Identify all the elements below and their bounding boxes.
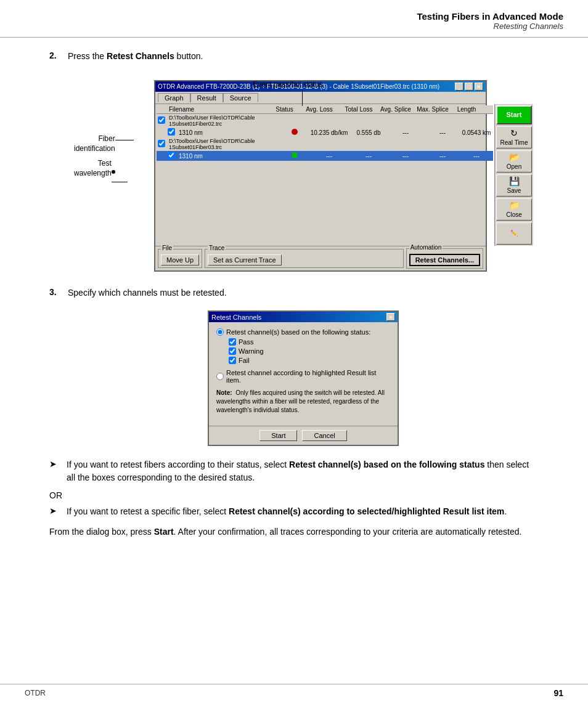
set-current-trace-btn[interactable]: Set as Current Trace: [208, 254, 282, 266]
subrow1-status-dot: [292, 129, 298, 135]
radio2-input[interactable]: [216, 373, 224, 380]
close-btn[interactable]: ✕: [475, 83, 483, 91]
subrow2-totalloss: ---: [350, 153, 387, 160]
subrow1-maxsplice: ---: [424, 129, 461, 136]
save-button[interactable]: 💾 Save: [496, 174, 532, 197]
window-controls: _ □ ✕: [455, 83, 483, 91]
close-button[interactable]: 📁 Close: [496, 198, 532, 221]
otdr-body: Filename Status Avg. Loss Total Loss Avg…: [155, 104, 486, 246]
table-row-1[interactable]: D:\Toolbox\User Files\OTDR\Cable 1Subset…: [157, 114, 493, 128]
row2-checkbox[interactable]: [158, 140, 165, 147]
open-button[interactable]: 📂 Open: [496, 150, 532, 172]
dialog-note: Note: Only files acquired using the swit…: [216, 389, 390, 415]
check-pass-input[interactable]: [229, 338, 236, 346]
step-3-number: 3.: [49, 286, 68, 297]
test-line: [112, 182, 128, 182]
fiber-line: [115, 140, 134, 140]
subrow1-avgsplice: ---: [387, 129, 424, 136]
realtime-icon: ↻: [510, 128, 518, 138]
test-dot-container: [112, 166, 128, 186]
step-2: 2. Press the Retest Channels button.: [49, 50, 539, 63]
header-title: Testing Fibers in Advanced Mode: [25, 11, 563, 22]
footer-automation-group: Automation Retest Channels...: [406, 248, 483, 269]
dialog-body: Retest channel(s) based on the following…: [209, 322, 398, 426]
col-totalloss: Total Loss: [340, 106, 377, 113]
col-maxsplice: Max. Splice: [414, 106, 451, 113]
maximize-btn[interactable]: □: [465, 83, 473, 91]
annotation-event-label: Event pass/fail status: [253, 80, 322, 89]
bullets-section: ➤ If you want to retest fibers according…: [49, 458, 539, 518]
footer-trace-label: Trace: [208, 245, 226, 251]
bullet-2-bold: Retest channel(s) according to selected/…: [229, 506, 504, 516]
tab-graph[interactable]: Graph: [158, 93, 190, 102]
table-subrow-1[interactable]: 1310 nm 10.235 db/km 0.555 db --- --- 0.…: [157, 128, 493, 137]
note-label: Note:: [216, 389, 232, 396]
start-button[interactable]: Start: [496, 105, 532, 124]
table-subrow-2[interactable]: 1310 nm --- --- --- --- ---: [157, 151, 493, 161]
otdr-toolbar: Graph Result Source: [155, 92, 486, 104]
dialog-title: Retest Channels: [211, 314, 261, 321]
dialog-titlebar: Retest Channels ✕: [209, 312, 398, 322]
check-warning-label: Warning: [239, 347, 264, 355]
dialog-close-btn[interactable]: ✕: [386, 313, 395, 321]
extra-button[interactable]: ✏️: [496, 222, 532, 245]
check-pass-label: Pass: [239, 338, 253, 346]
close-label: Close: [506, 211, 522, 218]
otdr-section: Event pass/fail status Fiber identificat…: [68, 80, 539, 272]
col-avgsplice: Avg. Splice: [377, 106, 414, 113]
subrow1-checkbox[interactable]: [168, 128, 175, 136]
save-label: Save: [507, 187, 521, 194]
subrow2-avgsplice: ---: [387, 153, 424, 160]
realtime-label: Real Time: [500, 139, 528, 146]
close-window-icon: 📁: [509, 200, 520, 210]
otdr-footer: File Move Up Trace Set as Current Trace …: [155, 246, 486, 270]
minimize-btn[interactable]: _: [455, 83, 463, 91]
move-up-btn[interactable]: Move Up: [161, 254, 199, 266]
bullet-2: ➤ If you want to retest a specific fiber…: [49, 505, 539, 518]
radio1-container: Retest channel(s) based on the following…: [216, 328, 390, 336]
dialog-section: Retest Channels ✕ Retest channel(s) base…: [68, 310, 539, 446]
subrow2-maxsplice: ---: [424, 153, 461, 160]
annotation-fiber-label: Fiber identification: [74, 134, 115, 153]
test-wavelength-label: Test wavelength: [74, 159, 112, 178]
row2-filename: D:\Toolbox\User Files\OTDR\Cable 1Subset…: [169, 138, 271, 150]
check-fail-input[interactable]: [229, 357, 236, 364]
check-warning-input[interactable]: [229, 347, 236, 355]
radio2-label: Retest channel according to highlighted …: [226, 369, 390, 384]
col-length: Length: [451, 106, 482, 113]
table-header: Filename Status Avg. Loss Total Loss Avg…: [157, 105, 493, 114]
table-row-2[interactable]: D:\Toolbox\User Files\OTDR\Cable 1Subset…: [157, 137, 493, 151]
dialog-cancel-btn[interactable]: Cancel: [302, 430, 346, 441]
subrow1-totalloss: 0.555 db: [350, 129, 387, 136]
step-2-number: 2.: [49, 50, 68, 60]
realtime-button[interactable]: ↻ Real Time: [496, 126, 532, 148]
open-icon: 📂: [509, 152, 520, 162]
test-label-1: Test: [98, 159, 112, 168]
final-paragraph: From the dialog box, press Start. After …: [49, 525, 539, 539]
tab-source[interactable]: Source: [223, 93, 258, 102]
footer-trace-group: Trace Set as Current Trace: [205, 249, 404, 268]
check-fail-container: Fail: [229, 357, 390, 364]
row1-checkbox[interactable]: [158, 116, 165, 124]
tab-result[interactable]: Result: [190, 93, 223, 102]
bullet-1-bold: Retest channel(s) based on the following…: [289, 460, 484, 469]
check-pass-container: Pass: [229, 338, 390, 346]
dialog-footer: Start Cancel: [209, 426, 398, 445]
otdr-sidebar: Start ↻ Real Time 📂 Open 💾 Save 📁: [494, 104, 533, 246]
retest-channels-btn[interactable]: Retest Channels...: [409, 254, 480, 266]
otdr-main: Filename Status Avg. Loss Total Loss Avg…: [155, 104, 494, 246]
page-footer: OTDR 91: [0, 684, 588, 702]
otdr-window: OTDR Advanced FTB-7200D-23B (1) + FTB-91…: [154, 80, 487, 272]
subrow2-length: ---: [461, 153, 492, 160]
footer-file-label: File: [161, 245, 173, 251]
subrow1-wavelength: 1310 nm: [179, 129, 280, 136]
dialog-start-btn[interactable]: Start: [259, 430, 297, 441]
fiber-label-2: identification: [74, 144, 115, 153]
retest-dialog: Retest Channels ✕ Retest channel(s) base…: [208, 310, 399, 446]
radio1-input[interactable]: [216, 328, 224, 336]
open-label: Open: [507, 163, 521, 170]
subrow2-checkbox[interactable]: [168, 152, 175, 159]
step-3: 3. Specify which channels must be retest…: [49, 286, 539, 299]
footer-automation-label: Automation: [409, 244, 443, 251]
note-text: Only files acquired using the switch wil…: [216, 389, 385, 413]
